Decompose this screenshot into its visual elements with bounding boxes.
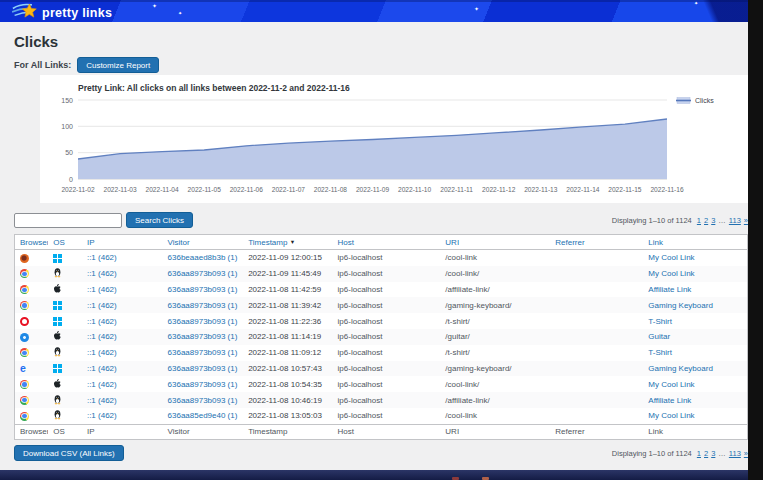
pretty-link[interactable]: My Cool Link	[648, 411, 694, 420]
page-link[interactable]: 2	[704, 449, 708, 458]
timestamp-cell: 2022-11-08 11:09:12	[243, 345, 332, 361]
timestamp-cell: 2022-11-08 10:57:43	[243, 361, 332, 377]
page-link[interactable]: 1	[697, 216, 701, 225]
timestamp-cell: 2022-11-08 10:46:19	[243, 392, 332, 408]
uri-cell: /guitar/	[440, 329, 550, 345]
page-link[interactable]: 3	[711, 216, 715, 225]
column-sort-link[interactable]: Link	[648, 238, 663, 247]
column-sort-timestamp[interactable]: Timestamp	[248, 238, 287, 247]
table-row: ::1 (462) 636aa85ed9e40 (1) 2022-11-08 1…	[15, 408, 748, 424]
ip-link[interactable]: ::1 (462)	[87, 364, 117, 373]
pretty-link[interactable]: T-Shirt	[648, 348, 672, 357]
pretty-link[interactable]: Gaming Keyboard	[648, 301, 712, 310]
timestamp-cell: 2022-11-08 11:42:59	[243, 282, 332, 298]
linux-os-icon	[53, 346, 62, 359]
footer-column-os: OS	[48, 424, 82, 439]
pagination-links: 123…113»	[694, 216, 748, 225]
chrome-browser-icon	[20, 380, 29, 389]
ip-link[interactable]: ::1 (462)	[87, 285, 117, 294]
column-sort-visitor[interactable]: Visitor	[168, 238, 190, 247]
footer-column-uri: URI	[440, 424, 550, 439]
svg-text:2022-11-16: 2022-11-16	[650, 186, 684, 193]
clicks-chart: 0501001502022-11-022022-11-032022-11-042…	[40, 95, 748, 203]
visitor-link[interactable]: 636aa8973b093 (1)	[168, 285, 238, 294]
referrer-cell	[550, 266, 643, 282]
clicks-table: BrowserOSIPVisitorTimestamp ▼HostURIRefe…	[14, 234, 748, 440]
column-sort-host[interactable]: Host	[338, 238, 354, 247]
column-sort-uri[interactable]: URI	[445, 238, 459, 247]
ip-link[interactable]: ::1 (462)	[87, 317, 117, 326]
table-row: ::1 (462) 636aa8973b093 (1) 2022-11-08 1…	[15, 392, 748, 408]
svg-text:2022-11-14: 2022-11-14	[566, 186, 600, 193]
search-input[interactable]	[14, 213, 122, 228]
footer-column-link: Link	[643, 424, 747, 439]
visitor-link[interactable]: 636beaaed8b3b (1)	[168, 253, 238, 262]
table-row: ::1 (462) 636aa8973b093 (1) 2022-11-08 1…	[15, 376, 748, 392]
uri-cell: /gaming-keyboard/	[440, 297, 550, 313]
visitor-link[interactable]: 636aa8973b093 (1)	[168, 269, 238, 278]
customize-report-button[interactable]: Customize Report	[77, 57, 159, 73]
for-all-links-label: For All Links:	[14, 60, 71, 70]
table-row: e ::1 (462) 636aa8973b093 (1) 2022-11-08…	[15, 361, 748, 377]
ip-link[interactable]: ::1 (462)	[87, 411, 117, 420]
pretty-links-logo[interactable]: pretty links	[12, 2, 112, 24]
page-title: Clicks	[14, 33, 748, 50]
ip-link[interactable]: ::1 (462)	[87, 269, 117, 278]
host-cell: ip6-localhost	[333, 313, 441, 329]
pretty-link[interactable]: Guitar	[648, 332, 670, 341]
ip-link[interactable]: ::1 (462)	[87, 301, 117, 310]
svg-text:0: 0	[69, 176, 73, 183]
clicks-page: Clicks For All Links: Customize Report P…	[0, 22, 748, 470]
visitor-link[interactable]: 636aa8973b093 (1)	[168, 301, 238, 310]
visitor-link[interactable]: 636aa8973b093 (1)	[168, 396, 238, 405]
page-link[interactable]: 3	[711, 449, 715, 458]
visitor-link[interactable]: 636aa8973b093 (1)	[168, 380, 238, 389]
page-link[interactable]: 1	[697, 449, 701, 458]
sort-desc-icon: ▼	[290, 239, 295, 245]
last-page-link[interactable]: 113	[729, 449, 741, 458]
pretty-link[interactable]: My Cool Link	[648, 380, 694, 389]
host-cell: ip6-localhost	[333, 250, 441, 266]
pretty-link[interactable]: My Cool Link	[648, 269, 694, 278]
referrer-cell	[550, 250, 643, 266]
svg-text:2022-11-08: 2022-11-08	[314, 186, 348, 193]
clicks-toolbar: Search Clicks Displaying 1–10 of 1124 12…	[14, 212, 748, 228]
clicks-table-body: ::1 (462) 636beaaed8b3b (1) 2022-11-09 1…	[15, 250, 748, 425]
last-page-link[interactable]: 113	[729, 216, 741, 225]
visitor-link[interactable]: 636aa85ed9e40 (1)	[168, 411, 238, 420]
pretty-link[interactable]: T-Shirt	[648, 317, 672, 326]
header-row: BrowserOSIPVisitorTimestamp ▼HostURIRefe…	[15, 235, 748, 250]
svg-text:2022-11-07: 2022-11-07	[272, 186, 306, 193]
visitor-link[interactable]: 636aa8973b093 (1)	[168, 332, 238, 341]
visitor-link[interactable]: 636aa8973b093 (1)	[168, 317, 238, 326]
column-sort-os[interactable]: OS	[53, 238, 65, 247]
referrer-cell	[550, 313, 643, 329]
ip-link[interactable]: ::1 (462)	[87, 253, 117, 262]
ip-link[interactable]: ::1 (462)	[87, 380, 117, 389]
column-sort-browser[interactable]: Browser	[20, 238, 48, 247]
uri-cell: /t-shirt/	[440, 345, 550, 361]
ip-link[interactable]: ::1 (462)	[87, 332, 117, 341]
pretty-link[interactable]: My Cool Link	[648, 253, 694, 262]
download-csv-button[interactable]: Download CSV (All Links)	[14, 445, 124, 461]
ip-link[interactable]: ::1 (462)	[87, 396, 117, 405]
search-clicks-button[interactable]: Search Clicks	[126, 212, 193, 228]
pagination-top: Displaying 1–10 of 1124 123…113»	[612, 216, 748, 225]
referrer-cell	[550, 408, 643, 424]
column-sort-referrer[interactable]: Referrer	[555, 238, 584, 247]
pretty-link[interactable]: Affiliate Link	[648, 285, 691, 294]
visitor-link[interactable]: 636aa8973b093 (1)	[168, 364, 238, 373]
uri-cell: /t-shirt/	[440, 313, 550, 329]
windows-os-icon	[53, 317, 62, 326]
page-link[interactable]: 2	[704, 216, 708, 225]
pretty-link[interactable]: Affiliate Link	[648, 396, 691, 405]
column-sort-ip[interactable]: IP	[87, 238, 95, 247]
sparkle-icon: ✦	[152, 3, 157, 9]
ip-link[interactable]: ::1 (462)	[87, 348, 117, 357]
visitor-link[interactable]: 636aa8973b093 (1)	[168, 348, 238, 357]
svg-text:50: 50	[65, 149, 73, 156]
pretty-link[interactable]: Gaming Keyboard	[648, 364, 712, 373]
linux-os-icon	[53, 267, 62, 280]
table-row: ::1 (462) 636aa8973b093 (1) 2022-11-08 1…	[15, 313, 748, 329]
table-row: ::1 (462) 636aa8973b093 (1) 2022-11-09 1…	[15, 266, 748, 282]
